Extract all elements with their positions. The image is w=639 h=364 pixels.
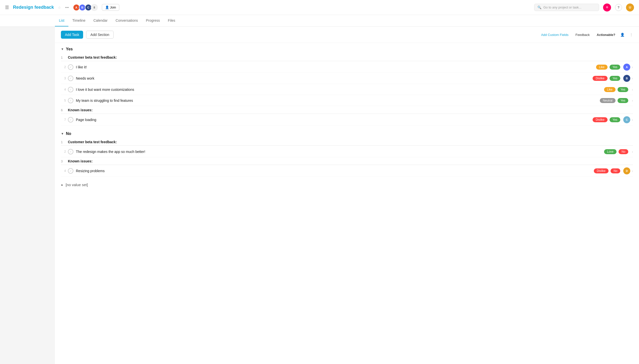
- task-avatar[interactable]: B: [623, 75, 630, 82]
- content-area: Add Task Add Section Add Custom Fields F…: [55, 27, 639, 364]
- row-num: 5: [61, 99, 68, 102]
- join-icon: 👤: [105, 6, 109, 9]
- tab-list[interactable]: List: [55, 15, 68, 26]
- task-avatar[interactable]: D: [623, 168, 630, 174]
- row-num: 4: [61, 88, 68, 91]
- member-avatars: A B C 8: [73, 4, 98, 11]
- nav-tabs: List Timeline Calendar Conversations Pro…: [0, 15, 639, 27]
- feedback-tag[interactable]: Dislike: [592, 76, 607, 81]
- row-num: 2: [61, 65, 68, 69]
- add-section-button[interactable]: Add Section: [86, 31, 114, 39]
- sidebar: [0, 27, 55, 364]
- expand-icon[interactable]: ›: [632, 150, 633, 154]
- subsection-no-customer-header: 1 Customer beta test feedback:: [61, 138, 633, 146]
- subsection-yes-customer-header: 1 Customer beta test feedback:: [61, 54, 633, 61]
- actionable-tag[interactable]: No: [618, 149, 628, 154]
- subsection-yes-known-header: 6 Known issues:: [61, 106, 633, 114]
- hamburger-menu[interactable]: ☰: [5, 5, 9, 10]
- tab-conversations[interactable]: Conversations: [112, 15, 142, 26]
- actionable-tag[interactable]: Yes: [609, 76, 620, 81]
- row-num: 4: [61, 169, 68, 173]
- expand-icon[interactable]: ›: [632, 76, 633, 80]
- search-placeholder: Go to any project or task...: [543, 6, 581, 9]
- task-text[interactable]: I like it!: [76, 65, 596, 69]
- toolbar: Add Task Add Section Add Custom Fields F…: [55, 27, 639, 43]
- search-bar[interactable]: 🔍 Go to any project or task...: [534, 4, 599, 11]
- task-row: 7 ✓ Page loading Dislike Yes C ›: [61, 114, 633, 126]
- task-check[interactable]: ✓: [68, 149, 73, 154]
- expand-icon[interactable]: ›: [632, 65, 633, 69]
- task-text[interactable]: My team is struggling to find features: [76, 98, 600, 102]
- actionable-tag[interactable]: Yes: [617, 98, 628, 103]
- no-value-label: [no value set]: [66, 182, 88, 187]
- user-avatar[interactable]: U: [626, 4, 634, 12]
- more-options-icon[interactable]: •••: [65, 6, 69, 10]
- section-yes: ▼ Yes 1 Customer beta test feedback: 2 ✓…: [61, 43, 633, 126]
- task-check[interactable]: ✓: [68, 87, 73, 92]
- section-yes-toggle[interactable]: ▼: [61, 48, 64, 51]
- expand-icon[interactable]: ›: [632, 169, 633, 173]
- tab-progress[interactable]: Progress: [142, 15, 164, 26]
- task-text[interactable]: I love it but want more customizations: [76, 88, 604, 92]
- actionable-tag[interactable]: Yes: [609, 64, 620, 70]
- row-num: 3: [61, 76, 68, 80]
- actionable-tag[interactable]: No: [610, 168, 620, 174]
- subsection-no-known-title: Known issues:: [68, 159, 633, 163]
- feedback-tag[interactable]: Neutral: [600, 98, 615, 103]
- feedback-column-label: Feedback: [575, 33, 590, 37]
- task-tags: Dislike No: [594, 168, 620, 174]
- expand-icon[interactable]: ›: [632, 98, 633, 102]
- assign-icon[interactable]: 👤: [620, 33, 624, 37]
- feedback-tag[interactable]: Dislike: [594, 168, 608, 174]
- feedback-tag[interactable]: Love: [604, 149, 616, 154]
- task-check[interactable]: ✓: [68, 64, 73, 70]
- task-check[interactable]: ✓: [68, 98, 73, 103]
- subsection-yes-known-title: Known issues:: [68, 108, 633, 112]
- tab-calendar[interactable]: Calendar: [89, 15, 112, 26]
- no-value-section[interactable]: ► [no value set]: [61, 179, 633, 191]
- task-text[interactable]: Needs work: [76, 76, 592, 80]
- task-tags: Like Yes: [604, 87, 628, 92]
- section-yes-title: Yes: [66, 47, 73, 52]
- task-row: 2 ✓ I like it! Like Yes A ›: [61, 62, 633, 73]
- add-custom-fields-button[interactable]: Add Custom Fields: [541, 33, 569, 37]
- section-no-header[interactable]: ▼ No: [61, 128, 633, 138]
- tab-timeline[interactable]: Timeline: [68, 15, 89, 26]
- create-button[interactable]: +: [603, 4, 611, 12]
- task-check[interactable]: ✓: [68, 168, 73, 174]
- section-no-title: No: [66, 132, 71, 136]
- help-button[interactable]: ?: [615, 4, 622, 11]
- subsection-no-known-header: 3 Known issues:: [61, 157, 633, 165]
- expand-icon[interactable]: ›: [632, 88, 633, 92]
- task-check[interactable]: ✓: [68, 117, 73, 122]
- project-title[interactable]: Redesign feedback: [13, 5, 54, 10]
- feedback-tag[interactable]: Like: [596, 64, 607, 70]
- section-no: ▼ No 1 Customer beta test feedback: 2 ✓ …: [61, 128, 633, 177]
- join-button[interactable]: 👤 Join: [102, 4, 119, 11]
- actionable-tag[interactable]: Yes: [617, 87, 628, 92]
- section-yes-header[interactable]: ▼ Yes: [61, 43, 633, 54]
- tab-files[interactable]: Files: [164, 15, 180, 26]
- no-value-toggle-icon[interactable]: ►: [61, 183, 64, 186]
- task-text[interactable]: The redesign makes the app so much bette…: [76, 150, 604, 154]
- filter-icon[interactable]: ⋮: [629, 33, 633, 37]
- task-avatar[interactable]: A: [623, 64, 630, 70]
- actionable-tag[interactable]: Yes: [609, 117, 620, 122]
- task-row: 3 ✓ Needs work Dislike Yes B ›: [61, 73, 633, 84]
- task-avatar[interactable]: C: [623, 116, 630, 123]
- section-no-toggle[interactable]: ▼: [61, 132, 64, 136]
- expand-icon[interactable]: ›: [632, 118, 633, 122]
- feedback-tag[interactable]: Like: [604, 87, 615, 92]
- row-num-1: 1: [61, 56, 68, 60]
- avatar-count[interactable]: 8: [91, 4, 98, 11]
- feedback-tag[interactable]: Dislike: [592, 117, 607, 122]
- star-icon[interactable]: ☆: [58, 6, 61, 10]
- task-row: 2 ✓ The redesign makes the app so much b…: [61, 146, 633, 157]
- task-text[interactable]: Page loading: [76, 118, 592, 122]
- task-text[interactable]: Resizing problems: [76, 169, 594, 173]
- task-check[interactable]: ✓: [68, 76, 73, 81]
- row-num: 2: [61, 150, 68, 154]
- add-task-button[interactable]: Add Task: [61, 31, 83, 39]
- list-area: ▼ Yes 1 Customer beta test feedback: 2 ✓…: [55, 43, 639, 191]
- task-row: 5 ✓ My team is struggling to find featur…: [61, 95, 633, 106]
